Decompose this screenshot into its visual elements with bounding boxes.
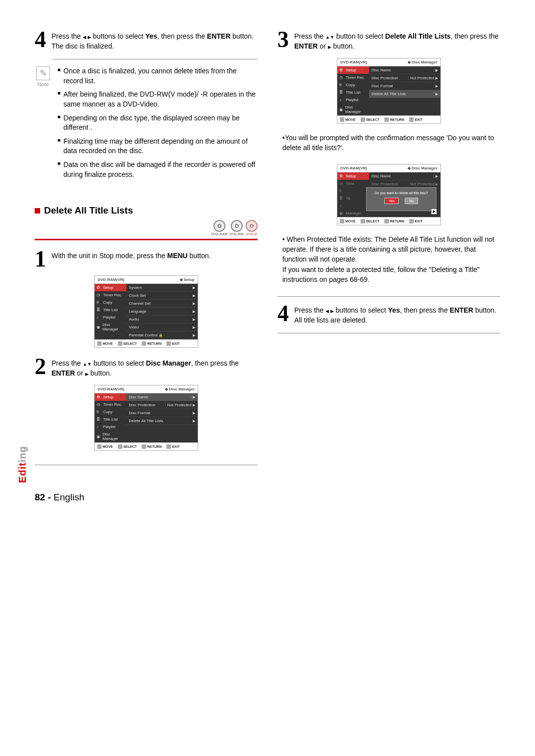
osd-screenshot-confirm-dialog: DVD-RAM(VR)◆ Disc Manager ⚙Setup ◷Time ⎘… [337,164,441,225]
note-block: ✎ Note ■Once a disc is finalized, you ca… [35,66,258,183]
bullet-icon: ■ [57,137,60,156]
list-icon: ≣ [97,308,102,312]
disc-icon [214,220,225,232]
step-4-bottom: 4 Press the ◀ ▶ buttons to select Yes, t… [277,304,500,325]
section-marker-icon [35,208,40,214]
step-4-top: 4 Press the ◀ ▶ buttons to select Yes, t… [35,30,258,51]
disc-icon [231,220,243,232]
disc-icon: ◉ [97,325,101,329]
pencil-icon: ✎ [36,66,50,80]
disc-icon [246,220,258,232]
page-footer: 82 - English [0,492,535,518]
left-column: 4 Press the ◀ ▶ buttons to select Yes, t… [35,30,258,472]
no-button[interactable]: No [405,198,418,204]
copy-icon: ⎘ [97,300,102,305]
gear-icon: ⚙ [97,285,102,290]
arrow-right-icon: ▶ [431,209,437,215]
right-icon: ▶ [85,372,89,377]
up-down-icon: ▲▼ [83,362,92,367]
side-tab: Editing [17,446,28,483]
step-number: 4 [35,30,49,51]
left-right-icon: ◀ ▶ [83,35,91,40]
prompt-explanation: •You will be prompted with the confirmat… [282,133,500,153]
osd-screenshot-delete-highlight: DVD-RAM(VR)◆ Disc Manager ⚙Setup ◷Timer … [337,58,441,124]
bullet-icon: ■ [57,113,60,133]
step-3: 3 Press the ▲▼ button to select Delete A… [277,30,500,51]
up-down-icon: ▲▼ [325,35,334,40]
chevron-right-icon: ▶ [193,286,195,290]
right-column: 3 Press the ▲▼ button to select Delete A… [277,30,500,472]
left-right-icon: ◀ ▶ [325,309,334,314]
yes-button[interactable]: Yes [384,198,399,204]
right-icon: ▶ [328,45,331,50]
bullet-icon: ■ [57,160,60,179]
bullet-icon: ■ [57,90,60,109]
osd-screenshot-discmanager: DVD-RAM(VR)◆ Disc Manager ⚙Setup ◷Timer … [94,385,198,451]
protected-title-explanation: • When Protected Title exists: The Delet… [282,234,500,284]
osd-screenshot-setup: DVD-RAM(VR)◆ Setup ⚙Setup ◷Timer Rec. ⎘C… [94,275,198,348]
confirm-dialog: Do you want to delete all title lists? Y… [366,187,436,211]
step-2: 2 Press the ▲▼ buttons to select Disc Ma… [35,357,258,378]
clock-icon: ◷ [97,293,102,297]
section-heading: Delete All Title Lists [35,205,258,216]
disc-icons: DVD-RAM DVD-RW DVD-R [35,220,258,236]
lock-icon: 🔒 [159,333,163,337]
step-1: 1 With the unit in Stop mode, press the … [35,249,258,269]
playlist-icon: ♪ [97,315,102,320]
bullet-icon: ■ [57,66,60,86]
